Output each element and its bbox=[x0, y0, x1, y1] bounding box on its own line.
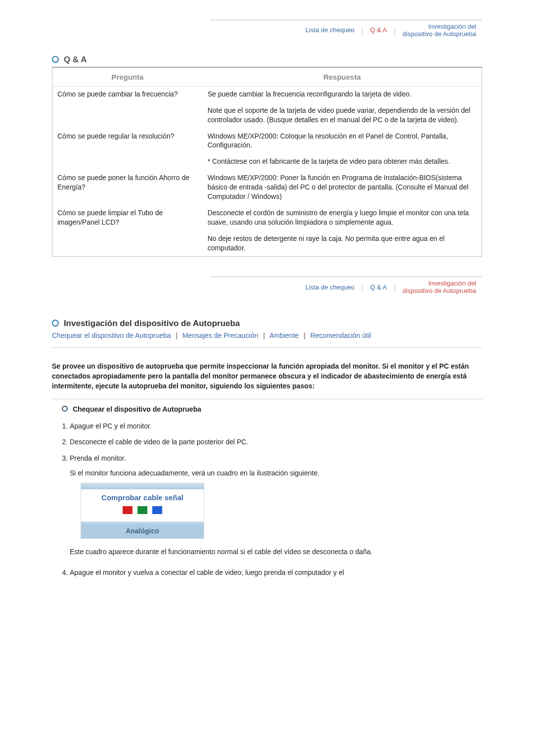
table-row: Cómo se puede limpiar el Tubo de imagen/… bbox=[52, 205, 482, 231]
sublink-chequear[interactable]: Chequear el dispositivo de Autoprueba bbox=[52, 331, 171, 339]
nav-separator: | bbox=[393, 27, 397, 35]
autoprueba-steps: Apague el PC y el monitor. Desconecte el… bbox=[70, 418, 482, 580]
qa-answer: Windows ME/XP/2000: Poner la función en … bbox=[203, 170, 482, 205]
qa-question: Cómo se puede poner la función Ahorro de… bbox=[52, 170, 203, 205]
sublink-separator: | bbox=[173, 331, 180, 339]
list-item: Apague el monitor y vuelva a conectar el… bbox=[70, 565, 482, 580]
autoprueba-sublinks: Chequear el dispositivo de Autoprueba | … bbox=[52, 331, 482, 339]
nav-separator: | bbox=[360, 27, 364, 35]
nav-investigacion[interactable]: Investigación del dispositivo de Autopru… bbox=[397, 23, 482, 38]
nav-investigacion-l2: dispositivo de Autoprueba bbox=[402, 287, 476, 294]
sublink-mensajes[interactable]: Mensajes de Precaución bbox=[182, 331, 258, 339]
divider bbox=[52, 347, 482, 348]
qa-section-title: Q & A bbox=[64, 55, 87, 65]
breadcrumb-nav-top: Lista de chequeo | Q & A | Investigación… bbox=[210, 20, 482, 38]
qa-question: Cómo se puede limpiar el Tubo de imagen/… bbox=[52, 205, 203, 257]
col-header-pregunta: Pregunta bbox=[52, 67, 203, 86]
autoprueba-intro: Se provee un dispositivo de autoprueba q… bbox=[52, 362, 482, 391]
step-2-text: Desconecte el cable de video de la parte… bbox=[70, 438, 248, 446]
qa-answer: No deje restos de detergente ni raye la … bbox=[203, 231, 482, 257]
nav-separator: | bbox=[360, 284, 364, 291]
qa-answer: Se puede cambiar la frecuencia reconfigu… bbox=[203, 86, 482, 102]
sublink-recomendacion[interactable]: Recomendación útil bbox=[310, 331, 371, 339]
autoprueba-subhead-wrap: Chequear el dispositivo de Autoprueba bbox=[52, 405, 482, 413]
table-row: Cómo se puede poner la función Ahorro de… bbox=[52, 170, 482, 205]
qa-answer: * Contáctese con el fabricante de la tar… bbox=[203, 154, 482, 170]
qa-table: Pregunta Respuesta Cómo se puede cambiar… bbox=[52, 67, 482, 257]
nav-qa[interactable]: Q & A bbox=[364, 284, 393, 291]
qa-question: Cómo se puede cambiar la frecuencia? bbox=[52, 86, 203, 128]
nav-investigacion-l1: Investigación del bbox=[428, 23, 476, 30]
qa-section: Q & A Pregunta Respuesta Cómo se puede c… bbox=[52, 55, 482, 257]
table-row: Cómo se puede cambiar la frecuencia? Se … bbox=[52, 86, 482, 102]
illustration-top-bar bbox=[81, 483, 204, 489]
list-item: Desconecte el cable de video de la parte… bbox=[70, 434, 482, 450]
sublink-ambiente[interactable]: Ambiente bbox=[269, 331, 299, 339]
autoprueba-section: Investigación del dispositivo de Autopru… bbox=[52, 319, 482, 580]
subsection-bullet-icon bbox=[62, 406, 68, 412]
nav-investigacion[interactable]: Investigación del dispositivo de Autopru… bbox=[397, 280, 482, 295]
divider bbox=[52, 399, 482, 399]
nav-lista-chequeo[interactable]: Lista de chequeo bbox=[300, 284, 360, 291]
step-3-text: Prenda el monitor. bbox=[70, 454, 126, 462]
red-square-icon bbox=[123, 506, 133, 514]
qa-question: Cómo se puede regular la resolución? bbox=[52, 129, 203, 171]
step-4-text: Apague el monitor y vuelva a conectar el… bbox=[70, 568, 344, 576]
nav-qa[interactable]: Q & A bbox=[364, 27, 393, 34]
table-row: Cómo se puede regular la resolución? Win… bbox=[52, 129, 482, 154]
nav-investigacion-l2: dispositivo de Autoprueba bbox=[402, 30, 476, 38]
col-header-respuesta: Respuesta bbox=[203, 67, 482, 86]
illustration-rgb-squares bbox=[81, 504, 204, 521]
breadcrumb-nav-mid: Lista de chequeo | Q & A | Investigación… bbox=[210, 277, 482, 295]
list-item: Apague el PC y el monitor. bbox=[70, 418, 482, 434]
illustration-footer: Analógico bbox=[81, 524, 204, 538]
qa-answer: Windows ME/XP/2000: Coloque la resolució… bbox=[203, 129, 482, 154]
blue-square-icon bbox=[152, 506, 162, 514]
nav-lista-chequeo[interactable]: Lista de chequeo bbox=[300, 27, 360, 34]
qa-answer: Note que el soporte de la tarjeta de vid… bbox=[203, 103, 482, 129]
step-1-text: Apague el PC y el monitor. bbox=[70, 422, 152, 430]
section-bullet-icon bbox=[52, 320, 59, 327]
nav-investigacion-l1: Investigación del bbox=[428, 280, 476, 287]
autoprueba-subhead: Chequear el dispositivo de Autoprueba bbox=[73, 405, 201, 413]
autoprueba-section-title: Investigación del dispositivo de Autopru… bbox=[64, 319, 240, 329]
nav-separator: | bbox=[393, 284, 397, 291]
list-item: Prenda el monitor. Si el monitor funcion… bbox=[70, 450, 482, 565]
section-bullet-icon bbox=[52, 56, 59, 63]
signal-check-illustration: Comprobar cable señal Analógico bbox=[81, 483, 204, 538]
sublink-separator: | bbox=[260, 331, 268, 339]
qa-answer: Desconecte el cordón de suministro de en… bbox=[203, 205, 482, 231]
step-3-note: Si el monitor funciona adecuadamente, ve… bbox=[70, 468, 482, 478]
illustration-title: Comprobar cable señal bbox=[81, 489, 204, 504]
step-3-caption: Este cuadro aparece durante el funcionam… bbox=[70, 547, 482, 557]
green-square-icon bbox=[137, 506, 147, 514]
sublink-separator: | bbox=[301, 331, 309, 339]
